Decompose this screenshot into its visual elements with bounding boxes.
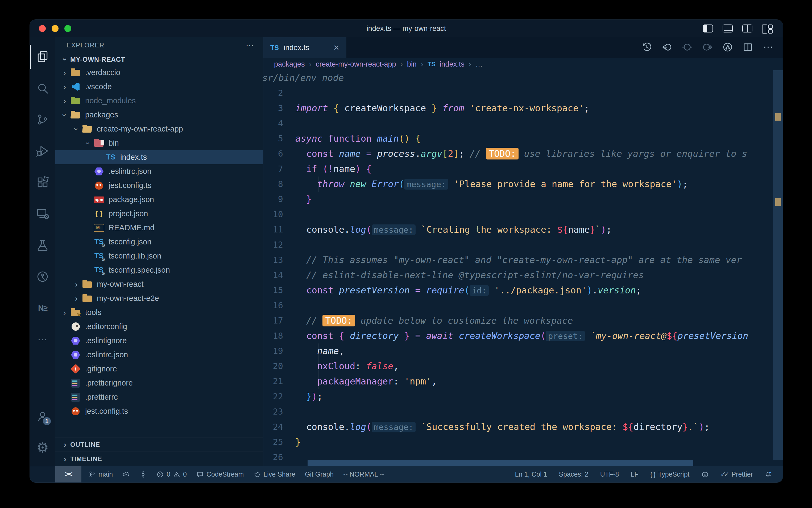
outline-section[interactable]: › OUTLINE <box>55 437 263 452</box>
tree-item-.prettierignore[interactable]: .prettierignore <box>55 376 263 390</box>
breadcrumb-file[interactable]: index.ts <box>440 60 465 69</box>
tree-item-.prettierrc[interactable]: .prettierrc <box>55 390 263 404</box>
tree-item-jest.config.ts[interactable]: jest.config.ts <box>55 178 263 193</box>
gitlens-icon[interactable] <box>30 261 55 292</box>
minimize-window-button[interactable] <box>52 25 58 32</box>
tree-item-tsconfig.lib.json[interactable]: TS⚙tsconfig.lib.json <box>55 249 263 263</box>
code-line-12[interactable]: 12 <box>264 237 783 252</box>
code-line-8[interactable]: 8 throw new Error(message: 'Please provi… <box>264 176 783 192</box>
tree-item-.eslintignore[interactable]: .eslintignore <box>55 334 263 348</box>
tree-item-.eslintrc.json[interactable]: .eslintrc.json <box>55 164 263 178</box>
live-share-item[interactable]: Live Share <box>253 470 295 478</box>
run-debug-icon[interactable] <box>30 135 55 167</box>
code-line-3[interactable]: 3import { createWorkspace } from 'create… <box>264 101 783 116</box>
workspace-root-row[interactable]: › MY-OWN-REACT <box>55 53 263 66</box>
code-line-5[interactable]: 5async function main() { <box>264 131 783 146</box>
git-branch-item[interactable]: main <box>88 470 113 478</box>
remote-indicator[interactable]: >< <box>55 466 82 482</box>
code-line-24[interactable]: 24 console.log(message: `Successfully cr… <box>264 419 783 434</box>
toggle-panel-icon[interactable] <box>723 25 733 33</box>
encoding-item[interactable]: UTF-8 <box>600 470 619 478</box>
timeline-section[interactable]: › TIMELINE <box>55 452 263 466</box>
tree-item-package.json[interactable]: npmpackage.json <box>55 193 263 207</box>
tree-item-bin[interactable]: ›bin <box>55 136 263 150</box>
github-item[interactable] <box>701 471 709 478</box>
checkpoint-icon[interactable] <box>682 42 693 54</box>
extensions-icon[interactable] <box>30 167 55 198</box>
breadcrumb-app[interactable]: create-my-own-react-app <box>316 60 396 69</box>
breadcrumb-bin[interactable]: bin <box>407 60 417 69</box>
code-line-9[interactable]: 9 } <box>264 192 783 207</box>
tree-item-.verdaccio[interactable]: ›.verdaccio <box>55 66 263 80</box>
code-line-21[interactable]: 21 packageManager: 'npm', <box>264 374 783 389</box>
tree-item-my-own-react-e2e[interactable]: ›my-own-react-e2e <box>55 291 263 305</box>
tree-item-tsconfig.json[interactable]: TS⚙tsconfig.json <box>55 235 263 249</box>
code-area[interactable]: 1#!/usr/bin/env node23import { createWor… <box>264 70 783 466</box>
tree-item-.editorconfig[interactable]: .editorconfig <box>55 320 263 334</box>
code-line-22[interactable]: 22 }); <box>264 389 783 404</box>
nx-console-icon[interactable]: N≥ <box>30 292 55 324</box>
tab-index-ts[interactable]: TS index.ts ✕ <box>264 37 346 58</box>
explorer-more-actions-icon[interactable]: ⋯ <box>246 41 254 50</box>
horizontal-scrollbar-thumb[interactable] <box>307 460 694 466</box>
code-line-23[interactable]: 23 <box>264 404 783 419</box>
source-control-icon[interactable] <box>30 104 55 135</box>
tree-item-packages[interactable]: ›packages <box>55 108 263 122</box>
code-line-17[interactable]: 17 // TODO: update below to customize th… <box>264 313 783 328</box>
code-line-16[interactable]: 16 <box>264 298 783 313</box>
codestream-item[interactable]: CodeStream <box>196 470 244 478</box>
next-change-icon[interactable] <box>702 42 713 54</box>
settings-gear-icon[interactable]: ⚙ <box>30 432 55 463</box>
language-mode-item[interactable]: { } TypeScript <box>650 470 689 478</box>
more-views-icon[interactable]: ⋯ <box>30 324 55 355</box>
prettier-item[interactable]: ✓✓ Prettier <box>720 470 753 478</box>
git-graph-item[interactable]: Git Graph <box>305 470 334 478</box>
editor-more-actions-icon[interactable] <box>763 42 774 54</box>
close-tab-icon[interactable]: ✕ <box>333 43 339 52</box>
code-line-19[interactable]: 19 name, <box>264 343 783 358</box>
code-line-25[interactable]: 25} <box>264 434 783 450</box>
previous-change-icon[interactable] <box>661 42 673 54</box>
tree-item-README.md[interactable]: M↓README.md <box>55 221 263 235</box>
code-line-6[interactable]: 6 const name = process.argv[2]; // TODO:… <box>264 146 783 161</box>
accounts-icon[interactable]: 1 <box>30 400 55 432</box>
tree-item-tools[interactable]: ›⚒tools <box>55 305 263 320</box>
tree-item-my-own-react[interactable]: ›my-own-react <box>55 277 263 291</box>
tree-item-create-my-own-react-app[interactable]: ›create-my-own-react-app <box>55 122 263 136</box>
code-line-13[interactable]: 13 // This assumes "my-own-react" and "c… <box>264 252 783 267</box>
tree-item-.vscode[interactable]: ›.vscode <box>55 80 263 94</box>
toggle-primary-sidebar-icon[interactable] <box>703 25 713 33</box>
problems-item[interactable]: 0 0 <box>156 470 187 478</box>
code-line-20[interactable]: 20 nxCloud: false, <box>264 358 783 374</box>
cursor-position-item[interactable]: Ln 1, Col 1 <box>515 470 547 478</box>
tree-item-tsconfig.spec.json[interactable]: TS⚙tsconfig.spec.json <box>55 263 263 277</box>
customize-layout-icon[interactable] <box>762 25 772 33</box>
code-line-4[interactable]: 4 <box>264 116 783 131</box>
indentation-item[interactable]: Spaces: 2 <box>559 470 588 478</box>
toggle-secondary-sidebar-icon[interactable] <box>742 25 752 33</box>
testing-icon[interactable] <box>30 229 55 261</box>
git-commit-item[interactable] <box>139 471 147 478</box>
publish-changes-item[interactable] <box>123 471 130 478</box>
tree-item-node_modules[interactable]: ›node_modules <box>55 94 263 108</box>
split-editor-icon[interactable] <box>742 42 754 54</box>
git-graph-view-icon[interactable] <box>722 42 733 54</box>
timeline-history-icon[interactable] <box>641 42 652 54</box>
explorer-icon[interactable] <box>30 41 55 73</box>
code-line-15[interactable]: 15 const presetVersion = require(id: '..… <box>264 283 783 298</box>
code-line-11[interactable]: 11 console.log(message: `Creating the wo… <box>264 222 783 237</box>
code-line-2[interactable]: 2 <box>264 85 783 101</box>
code-line-10[interactable]: 10 <box>264 207 783 222</box>
tree-item-project.json[interactable]: { }project.json <box>55 207 263 221</box>
vertical-scrollbar-thumb[interactable] <box>773 70 783 460</box>
code-line-1[interactable]: 1#!/usr/bin/env node <box>264 70 289 85</box>
code-line-18[interactable]: 18 const { directory } = await createWor… <box>264 328 783 343</box>
tree-item-index.ts[interactable]: TSindex.ts <box>55 150 263 164</box>
tree-item-.eslintrc.json[interactable]: .eslintrc.json <box>55 348 263 362</box>
notifications-item[interactable] <box>765 471 772 478</box>
remote-explorer-icon[interactable] <box>30 198 55 229</box>
eol-item[interactable]: LF <box>631 470 638 478</box>
breadcrumb-symbol[interactable]: … <box>475 60 483 69</box>
code-line-14[interactable]: 14 // eslint-disable-next-line @typescri… <box>264 267 783 283</box>
tree-item-jest.config.ts[interactable]: jest.config.ts <box>55 404 263 418</box>
